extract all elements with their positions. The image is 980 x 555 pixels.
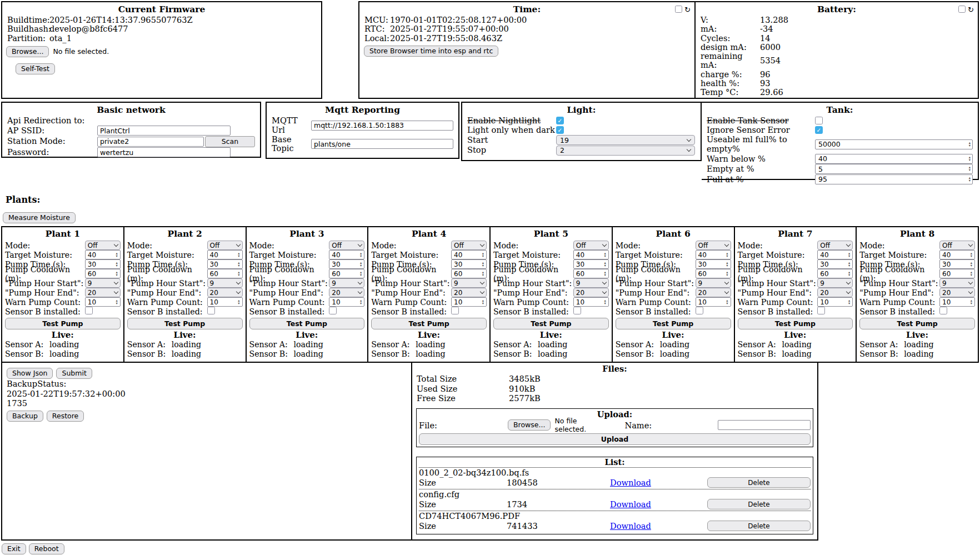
mode-select[interactable]: Off xyxy=(939,241,975,250)
pump-hour-end-select[interactable]: 20 xyxy=(85,288,121,297)
pump-hour-end-select[interactable]: 20 xyxy=(573,288,609,297)
station-mode-input[interactable] xyxy=(97,137,204,147)
test-pump-button[interactable]: Test Pump xyxy=(616,318,731,329)
test-pump-button[interactable]: Test Pump xyxy=(859,318,975,329)
target-moisture-input[interactable]: 40 xyxy=(696,250,731,259)
pump-hour-end-select[interactable]: 20 xyxy=(329,288,364,297)
pump-time-input[interactable]: 30 xyxy=(817,259,853,269)
restore-button[interactable]: Restore xyxy=(47,411,84,422)
warn-pump-count-input[interactable]: 10 xyxy=(85,297,121,307)
pump-cooldown-input[interactable]: 60 xyxy=(939,269,975,278)
tank-enable-checkbox[interactable] xyxy=(815,117,823,124)
warn-pump-count-input[interactable]: 10 xyxy=(329,297,364,307)
tank-useable-input[interactable]: 50000 xyxy=(815,139,973,149)
mqtt-url-input[interactable] xyxy=(311,121,453,131)
battery-auto-refresh-checkbox[interactable] xyxy=(958,6,966,13)
pump-time-input[interactable]: 30 xyxy=(696,259,731,269)
pump-hour-start-select[interactable]: 9 xyxy=(329,278,364,288)
warn-pump-count-input[interactable]: 10 xyxy=(696,297,731,307)
store-browser-time-button[interactable]: Store Browser time into esp and rtc xyxy=(364,46,498,57)
test-pump-button[interactable]: Test Pump xyxy=(5,318,121,329)
pump-hour-start-select[interactable]: 9 xyxy=(207,278,243,288)
mode-select[interactable]: Off xyxy=(85,241,121,250)
pump-hour-end-select[interactable]: 20 xyxy=(207,288,243,297)
target-moisture-input[interactable]: 40 xyxy=(85,250,121,259)
mode-select[interactable]: Off xyxy=(817,241,853,250)
delete-button[interactable]: Delete xyxy=(707,477,811,488)
pump-time-input[interactable]: 30 xyxy=(207,259,243,269)
mode-select[interactable]: Off xyxy=(573,241,609,250)
show-json-button[interactable]: Show Json xyxy=(7,368,53,379)
pump-hour-end-select[interactable]: 20 xyxy=(939,288,975,297)
pump-cooldown-input[interactable]: 60 xyxy=(696,269,731,278)
upload-button[interactable]: Upload xyxy=(419,433,811,445)
upload-name-input[interactable] xyxy=(718,420,811,430)
pump-hour-end-select[interactable]: 20 xyxy=(451,288,487,297)
sensor-b-installed-checkbox[interactable] xyxy=(939,307,947,314)
pump-hour-end-select[interactable]: 20 xyxy=(817,288,853,297)
sensor-b-installed-checkbox[interactable] xyxy=(207,307,215,314)
firmware-browse-button[interactable]: Browse... xyxy=(6,46,49,57)
target-moisture-input[interactable]: 40 xyxy=(817,250,853,259)
target-moisture-input[interactable]: 40 xyxy=(573,250,609,259)
warn-pump-count-input[interactable]: 10 xyxy=(817,297,853,307)
backup-button[interactable]: Backup xyxy=(7,411,43,422)
target-moisture-input[interactable]: 40 xyxy=(207,250,243,259)
pump-hour-start-select[interactable]: 9 xyxy=(817,278,853,288)
test-pump-button[interactable]: Test Pump xyxy=(493,318,609,329)
light-dark-checkbox[interactable] xyxy=(556,126,564,134)
target-moisture-input[interactable]: 40 xyxy=(451,250,487,259)
scan-button[interactable]: Scan xyxy=(205,136,255,147)
tank-ignore-checkbox[interactable] xyxy=(815,126,823,134)
sensor-b-installed-checkbox[interactable] xyxy=(85,307,93,314)
pump-cooldown-input[interactable]: 60 xyxy=(451,269,487,278)
time-auto-refresh-checkbox[interactable] xyxy=(675,6,682,13)
mode-select[interactable]: Off xyxy=(329,241,364,250)
reboot-button[interactable]: Reboot xyxy=(29,543,64,554)
sensor-b-installed-checkbox[interactable] xyxy=(817,307,825,314)
tank-empty-input[interactable]: 5 xyxy=(815,164,973,174)
delete-button[interactable]: Delete xyxy=(707,499,811,509)
pump-cooldown-input[interactable]: 60 xyxy=(573,269,609,278)
measure-moisture-button[interactable]: Measure Moisture xyxy=(3,212,76,223)
target-moisture-input[interactable]: 40 xyxy=(939,250,975,259)
pump-hour-start-select[interactable]: 9 xyxy=(573,278,609,288)
pump-cooldown-input[interactable]: 60 xyxy=(85,269,121,278)
submit-button[interactable]: Submit xyxy=(56,368,92,379)
self-test-button[interactable]: Self-Test xyxy=(16,63,55,74)
exit-button[interactable]: Exit xyxy=(2,543,26,554)
mode-select[interactable]: Off xyxy=(207,241,243,250)
download-link[interactable]: Download xyxy=(610,499,651,509)
delete-button[interactable]: Delete xyxy=(707,521,811,531)
light-stop-select[interactable]: 2 xyxy=(556,146,695,156)
pump-hour-start-select[interactable]: 9 xyxy=(939,278,975,288)
download-link[interactable]: Download xyxy=(610,521,651,531)
sensor-b-installed-checkbox[interactable] xyxy=(573,307,581,314)
warn-pump-count-input[interactable]: 10 xyxy=(573,297,609,307)
refresh-icon[interactable] xyxy=(684,4,691,14)
pump-hour-start-select[interactable]: 9 xyxy=(451,278,487,288)
sensor-b-installed-checkbox[interactable] xyxy=(696,307,703,314)
mode-select[interactable]: Off xyxy=(451,241,487,250)
pump-time-input[interactable]: 30 xyxy=(939,259,975,269)
mode-select[interactable]: Off xyxy=(696,241,731,250)
pump-time-input[interactable]: 30 xyxy=(451,259,487,269)
target-moisture-input[interactable]: 40 xyxy=(329,250,364,259)
nightlight-checkbox[interactable] xyxy=(556,117,564,124)
base-topic-input[interactable] xyxy=(311,139,453,149)
test-pump-button[interactable]: Test Pump xyxy=(249,318,365,329)
pump-cooldown-input[interactable]: 60 xyxy=(817,269,853,278)
test-pump-button[interactable]: Test Pump xyxy=(127,318,243,329)
download-link[interactable]: Download xyxy=(610,478,651,487)
pump-hour-start-select[interactable]: 9 xyxy=(85,278,121,288)
pump-time-input[interactable]: 30 xyxy=(85,259,121,269)
password-input[interactable] xyxy=(97,147,231,157)
sensor-b-installed-checkbox[interactable] xyxy=(329,307,337,314)
test-pump-button[interactable]: Test Pump xyxy=(738,318,853,329)
pump-cooldown-input[interactable]: 60 xyxy=(207,269,243,278)
pump-time-input[interactable]: 30 xyxy=(329,259,364,269)
ap-ssid-input[interactable] xyxy=(97,126,231,136)
warn-pump-count-input[interactable]: 10 xyxy=(939,297,975,307)
test-pump-button[interactable]: Test Pump xyxy=(371,318,487,329)
tank-warn-input[interactable]: 40 xyxy=(815,154,973,164)
